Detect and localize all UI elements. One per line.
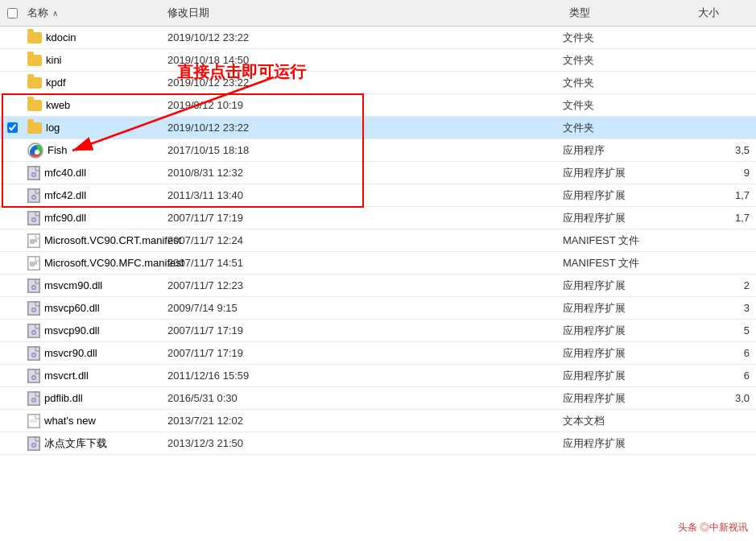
row-date-cell: 2019/9/12 10:19	[161, 99, 563, 111]
row-size-cell: 9	[692, 167, 756, 179]
sort-arrow-icon: ∧	[52, 9, 58, 18]
file-name: what's new	[44, 415, 96, 427]
table-row[interactable]: msvcr90.dll2007/11/7 17:19应用程序扩展6	[0, 342, 756, 365]
row-name-cell: Microsoft.VC90.CRT.manifest	[24, 233, 161, 248]
row-date-cell: 2007/11/7 17:19	[161, 324, 563, 337]
row-date-cell: 2019/10/12 23:22	[161, 122, 563, 134]
table-row[interactable]: mfc42.dll2011/3/11 13:40应用程序扩展1,7	[0, 184, 756, 207]
table-row[interactable]: 冰点文库下载2013/12/3 21:50应用程序扩展	[0, 432, 756, 455]
table-row[interactable]: msvcrt.dll2011/12/16 15:59应用程序扩展6	[0, 365, 756, 387]
row-name-cell: Microsoft.VC90.MFC.manifest	[24, 256, 161, 270]
column-name-header[interactable]: 名称 ∧	[24, 2, 161, 23]
row-type-cell: 应用程序	[563, 143, 692, 158]
row-name-cell: pdflib.dll	[24, 391, 161, 406]
table-row[interactable]: Microsoft.VC90.CRT.manifest2007/11/7 12:…	[0, 229, 756, 252]
dll-icon	[27, 188, 40, 203]
row-name-cell: kdocin	[24, 31, 161, 43]
row-name-cell: msvcp90.dll	[24, 324, 161, 338]
svg-point-7	[33, 196, 35, 198]
manifest-icon	[27, 256, 40, 270]
table-row[interactable]: pdflib.dll2016/5/31 0:30应用程序扩展3,0	[0, 387, 756, 410]
table-row[interactable]: msvcp90.dll2007/11/7 17:19应用程序扩展5	[0, 320, 756, 342]
file-name: msvcp90.dll	[44, 324, 100, 337]
row-type-cell: 文件夹	[563, 76, 692, 90]
row-type-cell: 应用程序扩展	[563, 166, 692, 180]
manifest-icon	[27, 233, 40, 248]
file-name: msvcm90.dll	[44, 279, 102, 291]
row-date-cell: 2007/11/7 17:19	[161, 212, 563, 224]
row-type-cell: 文件夹	[563, 53, 692, 68]
table-row[interactable]: Microsoft.VC90.MFC.manifest2007/11/7 14:…	[0, 252, 756, 275]
row-date-cell: 2019/10/18 14:50	[161, 54, 563, 66]
file-name: mfc42.dll	[44, 189, 86, 201]
dll-icon	[27, 391, 40, 406]
dll-icon	[27, 211, 40, 225]
row-type-cell: 文件夹	[563, 121, 692, 135]
row-type-cell: 应用程序扩展	[563, 346, 692, 361]
row-size-cell: 2	[692, 279, 756, 291]
svg-point-21	[33, 286, 35, 288]
folder-icon	[27, 77, 42, 89]
row-type-cell: 应用程序扩展	[563, 324, 692, 338]
row-size-cell: 3,0	[692, 392, 756, 404]
row-date-cell: 2007/11/7 12:24	[161, 234, 563, 246]
row-name-cell: mfc90.dll	[24, 211, 161, 225]
select-all-checkbox[interactable]	[7, 8, 18, 19]
table-row[interactable]: msvcm90.dll2007/11/7 12:23应用程序扩展2	[0, 275, 756, 297]
row-name-cell: kpdf	[24, 76, 161, 89]
row-date-cell: 2019/10/12 23:22	[161, 31, 563, 43]
table-row[interactable]: kweb2019/9/12 10:19文件夹	[0, 94, 756, 117]
header-checkbox[interactable]	[0, 8, 24, 19]
row-type-cell: 应用程序扩展	[563, 188, 692, 203]
svg-point-24	[33, 308, 35, 311]
table-row[interactable]: mfc90.dll2007/11/7 17:19应用程序扩展1,7	[0, 207, 756, 229]
row-checkbox-cell	[0, 122, 24, 133]
table-row[interactable]: what's new2013/7/21 12:02文本文档	[0, 410, 756, 432]
file-name: kini	[46, 54, 62, 66]
table-header: 名称 ∧ 修改日期 类型 大小	[0, 0, 756, 27]
row-type-cell: 文件夹	[563, 31, 692, 45]
row-date-cell: 2007/11/7 17:19	[161, 347, 563, 359]
date-column-label: 修改日期	[167, 6, 209, 20]
row-size-cell: 1,7	[692, 212, 756, 224]
table-row[interactable]: kpdf2019/10/12 23:22文件夹	[0, 72, 756, 94]
table-row[interactable]: kini2019/10/18 14:50文件夹	[0, 49, 756, 72]
column-date-header[interactable]: 修改日期	[161, 2, 563, 23]
folder-icon	[27, 100, 42, 111]
table-row[interactable]: log2019/10/12 23:22文件夹	[0, 117, 756, 139]
row-type-cell: 应用程序扩展	[563, 211, 692, 225]
svg-point-27	[33, 331, 35, 333]
file-name: log	[46, 122, 60, 134]
app-icon	[27, 142, 43, 159]
table-row[interactable]: mfc40.dll2010/8/31 12:32应用程序扩展9	[0, 162, 756, 184]
folder-icon	[27, 55, 42, 66]
svg-point-33	[33, 376, 35, 378]
row-name-cell: msvcp60.dll	[24, 301, 161, 316]
file-name: kdocin	[46, 31, 76, 43]
file-name: mfc90.dll	[44, 212, 86, 224]
row-type-cell: 应用程序扩展	[563, 369, 692, 383]
row-checkbox-input[interactable]	[7, 122, 18, 133]
column-type-header[interactable]: 类型	[563, 2, 692, 23]
dll-icon	[27, 369, 40, 383]
svg-rect-11	[28, 234, 39, 247]
column-size-header[interactable]: 大小	[692, 2, 756, 23]
row-date-cell: 2019/10/12 23:22	[161, 76, 563, 89]
type-column-label: 类型	[569, 6, 590, 20]
row-name-cell: msvcrt.dll	[24, 369, 161, 383]
row-type-cell: 应用程序扩展	[563, 279, 692, 293]
svg-point-42	[33, 444, 35, 446]
file-list: kdocin2019/10/12 23:22文件夹kini2019/10/18 …	[0, 27, 756, 455]
table-row[interactable]: kdocin2019/10/12 23:22文件夹	[0, 27, 756, 49]
folder-icon	[27, 32, 42, 43]
row-date-cell: 2011/12/16 15:59	[161, 370, 563, 382]
dll-icon	[27, 279, 40, 293]
row-size-cell: 1,7	[692, 189, 756, 201]
dll-icon	[27, 301, 40, 316]
row-type-cell: MANIFEST 文件	[563, 256, 692, 270]
table-row[interactable]: Fish2017/10/15 18:18应用程序3,5	[0, 139, 756, 162]
file-name: pdflib.dll	[44, 392, 83, 404]
row-date-cell: 2010/8/31 12:32	[161, 167, 563, 179]
table-row[interactable]: msvcp60.dll2009/7/14 9:15应用程序扩展3	[0, 297, 756, 320]
file-name: Fish	[48, 144, 68, 156]
